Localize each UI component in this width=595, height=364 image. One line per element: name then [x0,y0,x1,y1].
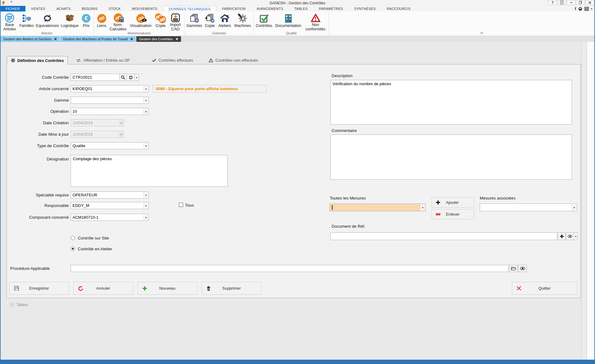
menu-ventes[interactable]: VENTES [25,6,51,11]
close-button[interactable] [585,0,594,5]
enregistrer-button[interactable]: Enregistrer [9,282,69,295]
document-ref-input[interactable] [330,232,557,240]
chevron-down-icon[interactable] [143,143,148,149]
mesures-associees-combobox[interactable] [480,204,577,211]
home-icon[interactable] [578,6,583,11]
ribbon-gammes-button[interactable]: Gammes [186,12,203,31]
menu-besoins[interactable]: BESOINS [76,6,103,11]
responsable-combobox[interactable]: EDDY_M [71,202,149,209]
description-textarea[interactable]: Vérification du nombre de pièces [330,80,572,125]
ribbon-ateliers-button[interactable]: Ateliers [217,12,233,31]
tous-checkbox[interactable] [179,203,183,207]
designation-label: Désignation [9,156,69,162]
ribbon-button-label: Copie [205,24,215,28]
ribbon-collapse-button[interactable] [479,31,484,35]
chevron-down-icon[interactable] [572,204,576,211]
radio-controle-en-atelier[interactable] [71,247,75,251]
chevron-down-icon[interactable] [143,203,148,208]
restore-button[interactable] [576,0,585,5]
ribbon-prix-button[interactable]: € Prix [80,12,93,31]
procedure-open-button[interactable] [509,265,518,272]
ribbon-familles-button[interactable]: Familles [18,12,35,31]
chevron-down-icon[interactable] [143,86,148,92]
chevron-down-icon[interactable] [143,97,148,103]
help-button[interactable]: ? [548,0,557,5]
enlever-button[interactable]: Enlever [432,209,474,219]
close-icon[interactable] [130,38,133,40]
designation-textarea[interactable]: Comptage des pièces [71,155,228,187]
specialite-requise-combobox[interactable]: OPERATEUR [71,191,149,199]
ribbon-liens-button[interactable]: Liens [95,12,108,31]
ribbon-base-articles-button[interactable]: Base Articles [1,12,18,31]
menu-syntheses[interactable]: SYNTHÈSES [349,6,381,11]
ribbon-documentation-button[interactable]: Documentation [273,12,303,31]
close-icon[interactable] [176,38,178,40]
menu-parametres[interactable]: PARAMÈTRES [313,6,349,11]
menu-fichier[interactable]: FICHIER [0,6,25,11]
toutes-mesures-combobox[interactable] [329,204,425,211]
ribbon-group-label: Gammes [186,31,253,36]
code-controle-dropdown-button[interactable] [134,74,139,81]
chevron-down-icon[interactable] [143,214,148,220]
chevron-down-icon[interactable] [143,108,148,114]
ribbon-copie-gamme-button[interactable]: Copie [203,12,217,31]
minimize-button[interactable] [567,0,575,5]
tables-expander[interactable]: Tables [10,302,28,307]
tab-gestion-des-controles[interactable]: Gestion des Contrôles [136,36,181,42]
box-arrow-icon [560,1,564,4]
menu-raccourcis[interactable]: RACCOURCIS [381,6,416,11]
info-icon[interactable]: i [575,6,576,11]
chevron-down-icon[interactable] [420,204,425,211]
close-icon[interactable] [54,38,57,40]
house-icon [220,13,230,24]
document-ref-view-button[interactable] [566,232,574,240]
menu-mouvements[interactable]: MOUVEMENTS [126,6,163,11]
procedure-applicable-input[interactable] [71,265,509,272]
type-de-controle-combobox[interactable]: Qualite [71,142,149,149]
search-button[interactable] [119,74,127,81]
radio-controle-sur-site[interactable] [71,236,75,240]
tab-label: Gestion des Contrôles [139,37,173,41]
commentaire-textarea[interactable] [330,134,572,180]
ribbon-button-label: Equivalences [36,24,59,28]
ajouter-button[interactable]: Ajouter [432,197,474,208]
code-controle-input[interactable]: CTR10021 [71,74,120,81]
menu-stock[interactable]: STOCK [103,6,126,11]
ribbon-controles-button[interactable]: Contrôles [255,12,273,31]
quitter-button[interactable]: Quitter [512,282,577,295]
chevron-down-icon[interactable] [591,6,593,11]
calculator-icon[interactable] [584,6,589,11]
menu-avancements[interactable]: AVANCEMENTS [251,6,289,11]
ribbon-logistique-button[interactable]: Logistique [60,12,80,31]
composant-concerne-combobox[interactable]: ACM180710-1 [71,214,149,221]
tab-gestion-machines-et-postes[interactable]: Gestion des Machines et Postes de Travai… [60,36,136,42]
ribbon-options-button[interactable] [558,0,566,5]
operation-value: 10 [73,109,77,114]
chevron-down-icon[interactable] [143,192,148,198]
document-ref-add-button[interactable] [558,232,566,240]
window-frame [0,360,595,364]
ribbon-non-conformites-button[interactable]: Non conformités [303,12,328,31]
expand-icon [10,303,14,307]
specialite-requise-value: OPERATEUR [73,193,97,197]
article-concerne-combobox[interactable]: KIPOEQ01 [71,85,149,92]
ribbon-equivalences-button[interactable]: Equivalences [35,12,60,31]
ribbon-nom-calculees-button[interactable]: Nom. Calculées [108,12,128,31]
nouveau-button[interactable]: Nouveau [138,282,197,295]
tab-gestion-ateliers-et-sections[interactable]: Gestion des Ateliers et Sections [1,36,60,42]
menu-tables[interactable]: TABLES [289,6,313,11]
supprimer-button[interactable]: Supprimer [202,282,261,295]
procedure-view-button[interactable] [518,265,527,272]
menu-achats[interactable]: ACHATS [51,6,76,11]
gamme-combobox[interactable] [71,97,149,104]
operation-combobox[interactable]: 10 [71,108,149,115]
ribbon-copie-nomenclature-button[interactable]: Copie [154,12,167,31]
menu-donnees-techniques[interactable]: DONNÉES TECHNIQUES [163,6,217,11]
menu-fabrication[interactable]: FABRICATION [216,6,251,11]
ribbon-visualisation-button[interactable]: Visualisation [128,12,154,31]
document-ref-dropdown-button[interactable] [574,232,578,240]
ribbon-import-cao-button[interactable]: Import CAO [167,12,183,31]
ribbon-machines-button[interactable]: Machines [233,12,253,31]
refresh-button[interactable] [126,74,135,81]
annuler-button[interactable]: Annuler [73,282,133,295]
